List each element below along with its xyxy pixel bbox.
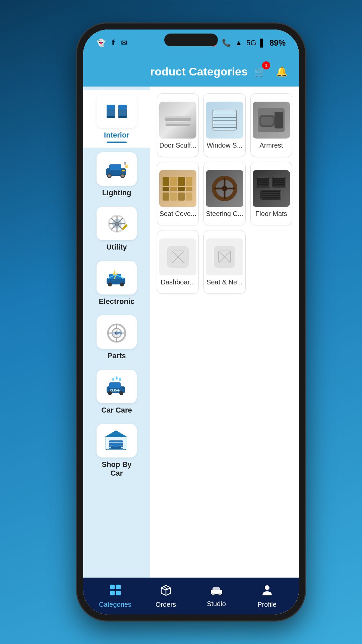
interior-icon-wrap — [97, 95, 137, 128]
seat-ne-name: Seat & Ne... — [206, 278, 243, 286]
gmail-icon: ✉ — [121, 39, 127, 47]
svg-rect-76 — [170, 193, 177, 201]
seat-cover-image — [159, 170, 196, 207]
shop-by-car-icon — [103, 429, 130, 452]
nav-item-categories[interactable]: Categories — [90, 584, 140, 608]
sidebar-item-utility[interactable]: Utility — [83, 202, 150, 256]
electronic-icon — [103, 267, 130, 289]
svg-rect-110 — [110, 591, 115, 595]
phone-screen: 👻 𝕗 ✉ ⏰ 📞 ▲ 5G ▌ 89% roduct Categories 🛒… — [83, 30, 299, 614]
utility-icon — [104, 213, 129, 234]
svg-point-41 — [116, 376, 118, 380]
sidebar-item-shop-by-car[interactable]: Shop ByCar — [83, 419, 150, 482]
seat-cover-icon — [162, 175, 194, 202]
facebook-icon: 𝕗 — [112, 39, 115, 47]
window-s-icon — [209, 107, 240, 133]
header-icons: 🛒 1 🔔 — [253, 64, 289, 79]
sidebar-item-interior[interactable]: Interior — [83, 90, 150, 148]
categories-icon — [109, 584, 121, 599]
svg-line-113 — [161, 588, 166, 590]
bottom-nav: Categories Orders — [83, 578, 299, 614]
nav-item-profile[interactable]: Profile — [242, 584, 292, 608]
cart-button[interactable]: 🛒 1 — [253, 64, 267, 79]
product-card-window-s[interactable]: Window S... — [203, 93, 245, 157]
nav-item-orders[interactable]: Orders — [140, 584, 191, 608]
svg-point-9 — [108, 174, 111, 177]
svg-point-26 — [120, 282, 124, 286]
svg-rect-118 — [213, 587, 220, 591]
phone-icon: 📞 — [222, 39, 231, 47]
svg-rect-91 — [272, 177, 286, 187]
sidebar-item-lighting[interactable]: Lighting — [83, 148, 150, 202]
svg-rect-109 — [116, 585, 121, 589]
svg-rect-75 — [163, 193, 169, 201]
shop-by-car-label: Shop ByCar — [102, 460, 131, 478]
product-card-steering[interactable]: Steering C... — [203, 162, 245, 225]
armrest-icon — [256, 107, 286, 133]
studio-icon — [210, 585, 223, 598]
svg-rect-0 — [107, 108, 115, 117]
steering-image — [206, 170, 243, 207]
sidebar-item-parts[interactable]: CHME Parts — [83, 311, 150, 365]
svg-text:CLEAN: CLEAN — [110, 389, 120, 392]
seat-ne-image — [206, 238, 243, 275]
svg-rect-56 — [166, 122, 190, 124]
svg-rect-5 — [118, 116, 127, 118]
door-scuff-image — [159, 102, 196, 139]
page-title: roduct Categories — [150, 65, 253, 78]
product-card-dashboard[interactable]: Dashboar... — [157, 230, 199, 294]
utility-icon-wrap — [97, 207, 137, 240]
svg-point-120 — [219, 593, 221, 595]
svg-rect-54 — [165, 116, 191, 118]
svg-point-13 — [125, 165, 128, 168]
svg-rect-3 — [118, 108, 127, 117]
lighting-icon-wrap — [97, 152, 137, 186]
orders-icon — [160, 584, 172, 599]
status-bar-left: 👻 𝕗 ✉ — [97, 39, 127, 47]
steering-name: Steering C... — [206, 210, 243, 218]
armrest-image — [253, 102, 290, 139]
lighting-label: Lighting — [102, 189, 131, 197]
product-card-armrest[interactable]: Armrest — [250, 93, 292, 157]
sidebar-item-car-care[interactable]: CLEAN Car Care — [83, 365, 150, 419]
svg-rect-111 — [116, 591, 121, 595]
svg-rect-97 — [260, 190, 281, 200]
orders-label: Orders — [156, 601, 176, 608]
svg-point-42 — [119, 378, 121, 381]
product-card-seat-cover[interactable]: Seat Cove... — [157, 162, 199, 225]
placeholder-icon — [171, 250, 185, 264]
interior-label: Interior — [104, 131, 129, 140]
person-icon — [261, 584, 273, 596]
svg-rect-1 — [107, 105, 115, 109]
floor-mats-image — [253, 170, 290, 207]
door-scuff-icon — [163, 107, 193, 133]
signal-bars-icon: ▌ — [260, 39, 265, 47]
product-grid: Door Scuff... — [150, 87, 299, 578]
nav-item-studio[interactable]: Studio — [191, 585, 242, 608]
lighting-icon — [103, 158, 130, 180]
studio-label: Studio — [207, 600, 226, 608]
svg-point-40 — [112, 378, 114, 381]
svg-marker-45 — [105, 430, 127, 437]
svg-rect-71 — [178, 177, 185, 186]
svg-rect-73 — [186, 177, 192, 186]
utility-label: Utility — [106, 243, 127, 252]
floor-mats-icon — [255, 175, 287, 202]
sidebar: Interior — [83, 87, 150, 578]
window-s-image — [206, 102, 243, 139]
parts-icon-wrap: CHME — [97, 315, 137, 349]
sidebar-item-electronic[interactable]: Electronic — [83, 256, 150, 311]
svg-rect-67 — [163, 177, 169, 186]
electronic-label: Electronic — [99, 297, 134, 306]
notification-button[interactable]: 🔔 — [274, 64, 289, 79]
placeholder-icon-2 — [218, 250, 231, 264]
svg-rect-65 — [261, 117, 273, 125]
product-card-door-scuff[interactable]: Door Scuff... — [157, 93, 199, 157]
car-icon — [210, 585, 223, 595]
product-card-floor-mats[interactable]: Floor Mats — [250, 162, 292, 225]
product-card-seat-ne[interactable]: Seat & Ne... — [203, 230, 245, 294]
svg-rect-12 — [122, 170, 125, 171]
notch — [164, 34, 218, 46]
signal-icon: 5G — [246, 39, 256, 47]
svg-rect-69 — [170, 177, 177, 186]
